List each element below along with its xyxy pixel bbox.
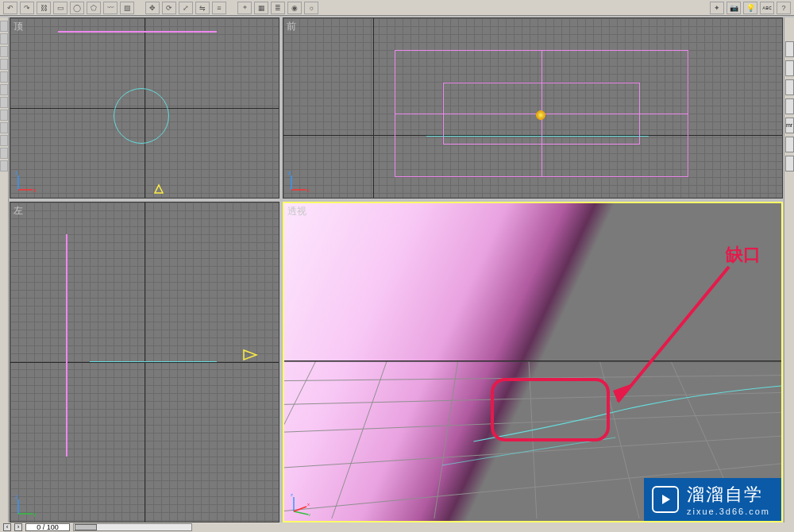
tool-render-icon[interactable]: ☼ bbox=[304, 2, 318, 14]
svg-text:y: y bbox=[308, 512, 310, 516]
viewport-label: 左 bbox=[13, 204, 23, 218]
tool-select-window-icon[interactable]: ▧ bbox=[120, 2, 134, 14]
viewport-label: 前 bbox=[287, 20, 296, 33]
axis-gizmo-icon: z x bbox=[288, 169, 312, 193]
tool-fx-icon[interactable]: ✦ bbox=[710, 2, 724, 14]
left-dock-item-icon[interactable] bbox=[0, 122, 8, 133]
left-dock-item-icon[interactable] bbox=[0, 46, 8, 57]
svg-text:y: y bbox=[33, 511, 37, 517]
left-dock-item-icon[interactable] bbox=[0, 160, 8, 172]
watermark-badge: 溜溜自学 zixue.3d66.com bbox=[644, 478, 781, 521]
tool-redo-icon[interactable]: ↷ bbox=[20, 2, 34, 14]
svg-text:z: z bbox=[291, 492, 293, 497]
svg-text:z: z bbox=[288, 170, 291, 175]
tool-mirror-icon[interactable]: ⇋ bbox=[195, 2, 210, 14]
tool-select-lasso-icon[interactable]: 〰 bbox=[103, 2, 118, 14]
tool-grid-icon[interactable]: ▦ bbox=[254, 2, 268, 14]
tool-camera-icon[interactable]: 📷 bbox=[727, 2, 741, 14]
right-dock-item-icon[interactable] bbox=[785, 137, 794, 152]
top-toolbar: ↶ ↷ ⛓ ▭ ◯ ⬠ 〰 ▧ ✥ ⟳ ⤢ ⇋ ≡ ⌖ ▦ ≣ ◉ ☼ ✦ 📷 … bbox=[0, 0, 794, 16]
viewport-front[interactable]: 前 z x bbox=[283, 17, 783, 199]
right-dock-item-icon[interactable] bbox=[785, 156, 794, 172]
play-icon bbox=[652, 486, 679, 513]
timeline-next-icon[interactable]: › bbox=[14, 523, 22, 531]
left-dock-item-icon[interactable] bbox=[0, 97, 8, 108]
axis-y bbox=[145, 202, 145, 522]
tool-snap-icon[interactable]: ⌖ bbox=[237, 2, 252, 14]
viewport-label: 透视 bbox=[287, 205, 306, 218]
tool-abc-icon[interactable]: ᴀʙᴄ bbox=[760, 2, 774, 14]
left-dock-item-icon[interactable] bbox=[0, 110, 8, 121]
viewport-grid: 顶 z x 前 bbox=[10, 17, 783, 522]
right-dock-mr-badge[interactable]: mr bbox=[785, 118, 794, 133]
timeline-prev-icon[interactable]: ‹ bbox=[3, 523, 11, 531]
annotation-highlight-box bbox=[491, 378, 610, 441]
left-dock-item-icon[interactable] bbox=[0, 59, 8, 70]
tool-light-icon[interactable]: 💡 bbox=[743, 2, 757, 14]
shape-circle bbox=[114, 88, 169, 144]
viewport-top[interactable]: 顶 z x bbox=[10, 17, 279, 199]
tool-align-icon[interactable]: ≡ bbox=[212, 2, 226, 14]
svg-marker-35 bbox=[662, 495, 670, 504]
viewport-label: 顶 bbox=[13, 20, 23, 33]
right-dock-item-icon[interactable] bbox=[785, 60, 794, 76]
svg-line-21 bbox=[332, 361, 387, 519]
tool-rotate-icon[interactable]: ⟳ bbox=[162, 2, 176, 14]
left-dock-item-icon[interactable] bbox=[0, 33, 8, 44]
svg-text:z: z bbox=[15, 170, 18, 175]
watermark-title: 溜溜自学 bbox=[687, 483, 770, 507]
svg-line-30 bbox=[294, 511, 308, 515]
left-dock-item-icon[interactable] bbox=[0, 84, 8, 95]
watermark-url: zixue.3d66.com bbox=[687, 507, 770, 516]
timeline-scrollbar[interactable] bbox=[73, 523, 192, 531]
tool-move-icon[interactable]: ✥ bbox=[145, 2, 160, 14]
svg-marker-9 bbox=[244, 350, 256, 360]
tool-link-icon[interactable]: ⛓ bbox=[37, 2, 51, 14]
left-dock-item-icon[interactable] bbox=[0, 71, 8, 83]
axis-gizmo-icon: z y bbox=[15, 493, 39, 517]
left-dock bbox=[0, 17, 9, 522]
shape-edge bbox=[90, 361, 217, 362]
floor-grid-icon bbox=[284, 203, 781, 519]
axis-gizmo-icon: z x bbox=[15, 169, 39, 193]
timeline-bar: ‹ › 0 / 100 bbox=[0, 522, 794, 532]
tool-layers-icon[interactable]: ≣ bbox=[271, 2, 285, 14]
shape-edge bbox=[66, 234, 67, 457]
axis-y bbox=[373, 18, 374, 198]
frame-display: 0 / 100 bbox=[25, 523, 70, 531]
left-dock-item-icon[interactable] bbox=[0, 135, 8, 146]
svg-text:x: x bbox=[306, 187, 310, 193]
left-dock-item-icon[interactable] bbox=[0, 21, 8, 32]
tool-select-circle-icon[interactable]: ◯ bbox=[70, 2, 84, 14]
viewport-perspective[interactable]: 透视 缺口 z x y 溜溜 bbox=[283, 202, 783, 522]
shape-edge bbox=[426, 136, 649, 137]
playhead-marker-icon bbox=[153, 183, 164, 195]
tool-select-poly-icon[interactable]: ⬠ bbox=[87, 2, 101, 14]
svg-text:x: x bbox=[33, 187, 37, 193]
timeline-scrollbar-thumb[interactable] bbox=[75, 524, 97, 530]
right-dock-item-icon[interactable] bbox=[785, 41, 794, 57]
right-dock-item-icon[interactable] bbox=[785, 98, 794, 114]
svg-text:z: z bbox=[15, 494, 18, 499]
viewport-left[interactable]: 左 z y bbox=[10, 202, 279, 522]
axis-gizmo-icon: z x y bbox=[289, 492, 313, 516]
tool-help-icon[interactable]: ? bbox=[777, 2, 791, 14]
svg-marker-0 bbox=[155, 185, 163, 193]
tool-undo-icon[interactable]: ↶ bbox=[3, 2, 17, 14]
tool-scale-icon[interactable]: ⤢ bbox=[179, 2, 193, 14]
right-dock-item-icon[interactable] bbox=[785, 79, 794, 95]
tool-select-rect-icon[interactable]: ▭ bbox=[53, 2, 67, 14]
playhead-marker-icon bbox=[242, 347, 258, 363]
shape-edge bbox=[58, 31, 217, 33]
pivot-marker-icon bbox=[536, 110, 545, 120]
left-dock-item-icon[interactable] bbox=[0, 148, 8, 159]
svg-line-31 bbox=[294, 507, 306, 511]
tool-material-icon[interactable]: ◉ bbox=[287, 2, 302, 14]
right-dock: mr bbox=[784, 17, 794, 522]
svg-text:x: x bbox=[307, 502, 310, 507]
